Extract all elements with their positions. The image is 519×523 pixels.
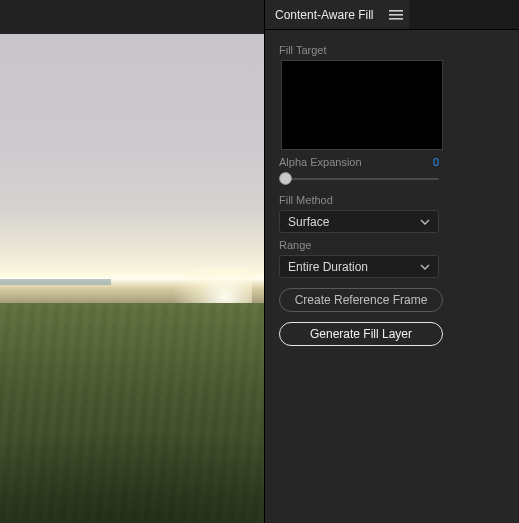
chevron-down-icon [420,264,430,270]
alpha-expansion-slider[interactable] [279,170,439,188]
range-select[interactable]: Entire Duration [279,255,439,278]
range-label: Range [279,239,505,251]
panel-menu-button[interactable] [383,0,409,29]
fill-target-preview[interactable] [281,60,443,150]
alpha-expansion-value[interactable]: 0 [433,156,439,168]
svg-rect-1 [389,14,403,16]
fill-method-select[interactable]: Surface [279,210,439,233]
preview-image [0,34,264,523]
panel-body: Fill Target Alpha Expansion 0 Fill Metho… [265,30,519,360]
button-label: Generate Fill Layer [310,327,412,341]
fill-method-selected: Surface [288,215,329,229]
slider-track [285,178,439,180]
svg-rect-2 [389,18,403,20]
panel-title: Content-Aware Fill [275,8,373,22]
content-aware-fill-panel: Content-Aware Fill Fill Target Alpha Exp… [264,0,519,523]
fill-target-label: Fill Target [279,44,505,56]
alpha-expansion-row: Alpha Expansion 0 [279,156,439,168]
range-selected: Entire Duration [288,260,368,274]
menu-icon [389,10,403,20]
panel-tab-bar: Content-Aware Fill [265,0,519,30]
svg-rect-0 [389,10,403,12]
fill-method-label: Fill Method [279,194,505,206]
generate-fill-layer-button[interactable]: Generate Fill Layer [279,322,443,346]
create-reference-frame-button[interactable]: Create Reference Frame [279,288,443,312]
tab-content-aware-fill[interactable]: Content-Aware Fill [265,0,383,29]
button-label: Create Reference Frame [295,293,428,307]
alpha-expansion-label: Alpha Expansion [279,156,362,168]
preview-foreground [0,303,264,523]
slider-thumb[interactable] [279,172,292,185]
preview-horizon [0,279,111,285]
composition-preview [0,0,264,523]
chevron-down-icon [420,219,430,225]
